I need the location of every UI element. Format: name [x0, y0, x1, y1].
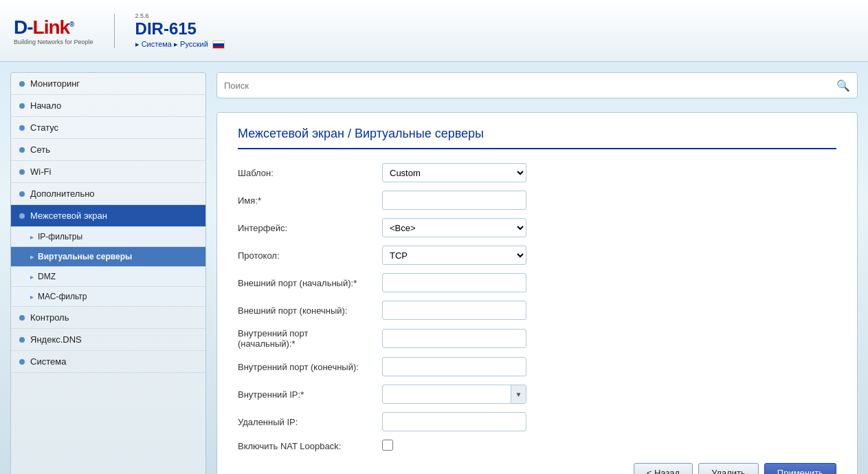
bullet-icon — [19, 315, 25, 321]
sidebar-label: Статус — [30, 122, 58, 133]
main-container: Мониторинг Начало Статус Сеть Wi-Fi Допо… — [0, 62, 868, 474]
form-row-interface: Интерфейс: <Все> WAN LAN — [238, 218, 836, 237]
internal-ip-input[interactable] — [383, 387, 511, 402]
bullet-icon — [19, 191, 25, 197]
internal-ip-dropdown-btn[interactable]: ▼ — [511, 385, 526, 403]
apply-button[interactable]: Применить — [764, 463, 836, 474]
form-row-ext-port-start: Внешний порт (начальный):* — [238, 273, 836, 292]
internal-ip-control: ▼ — [382, 385, 526, 404]
bullet-icon — [19, 359, 25, 365]
bullet-icon — [19, 213, 25, 219]
buttons-row: < Назад Удалить Применить — [238, 463, 836, 474]
bullet-icon — [19, 125, 25, 131]
breadcrumb-current: Виртуальные серверы — [355, 127, 484, 140]
interface-select[interactable]: <Все> WAN LAN — [382, 218, 526, 237]
sidebar-subitem-dmz[interactable]: ▸ DMZ — [11, 267, 205, 287]
template-label: Шаблон: — [238, 168, 375, 178]
form-row-internal-ip: Внутренний IP:* ▼ — [238, 385, 836, 404]
sidebar-subitem-mac-filter[interactable]: ▸ МАС-фильтр — [11, 287, 205, 307]
protocol-select[interactable]: TCP UDP TCP/UDP ICMP — [382, 246, 526, 265]
bullet-icon — [19, 337, 25, 343]
protocol-control: TCP UDP TCP/UDP ICMP — [382, 246, 526, 265]
arrow-icon: ▸ — [30, 293, 34, 301]
sidebar-subitem-ip-filters[interactable]: ▸ IP-фильтры — [11, 227, 205, 247]
sidebar-item-status[interactable]: Статус — [11, 117, 205, 139]
form-row-protocol: Протокол: TCP UDP TCP/UDP ICMP — [238, 246, 836, 265]
nat-loopback-label: Включить NAT Loopback: — [238, 441, 375, 451]
search-input[interactable] — [224, 80, 836, 91]
int-port-end-control — [382, 357, 526, 376]
name-input[interactable] — [382, 191, 526, 210]
nat-loopback-checkbox[interactable] — [382, 440, 393, 451]
sidebar-label: МАС-фильтр — [38, 292, 87, 301]
search-icon[interactable]: 🔍 — [836, 79, 850, 92]
logo-model: DIR-615 — [135, 19, 225, 39]
sidebar-label: Яндекс.DNS — [30, 334, 82, 345]
int-port-start-label: Внутренний порт(начальный):* — [238, 328, 375, 349]
sidebar-item-advanced[interactable]: Дополнительно — [11, 183, 205, 205]
int-port-end-input[interactable] — [382, 357, 526, 376]
sidebar-item-control[interactable]: Контроль — [11, 307, 205, 329]
sidebar-subitem-virtual-servers[interactable]: ▸ Виртуальные серверы — [11, 247, 205, 267]
bullet-icon — [19, 147, 25, 153]
sidebar-item-monitoring[interactable]: Мониторинг — [11, 73, 205, 95]
logo-divider — [114, 14, 115, 48]
breadcrumb-parent: Межсетевой экран — [238, 127, 344, 140]
sidebar-item-network[interactable]: Сеть — [11, 139, 205, 161]
sidebar-label: IP-фильтры — [38, 232, 82, 241]
logo-version: 2.5.6 — [135, 12, 225, 19]
sidebar-label: DMZ — [38, 272, 56, 281]
template-select[interactable]: Custom HTTP FTP HTTPS SMTP POP3 IMAP — [382, 163, 526, 182]
sidebar-item-home[interactable]: Начало — [11, 95, 205, 117]
delete-button[interactable]: Удалить — [698, 463, 759, 474]
ext-port-end-control — [382, 301, 526, 320]
sidebar-label: Дополнительно — [30, 188, 95, 199]
content-area: 🔍 Межсетевой экран / Виртуальные серверы… — [216, 72, 858, 474]
arrow-icon: ▸ — [30, 233, 34, 241]
sidebar-item-yandex-dns[interactable]: Яндекс.DNS — [11, 329, 205, 351]
lang-link[interactable]: Русский — [180, 40, 208, 48]
interface-control: <Все> WAN LAN — [382, 218, 526, 237]
sidebar-item-wifi[interactable]: Wi-Fi — [11, 161, 205, 183]
sidebar-label: Контроль — [30, 312, 69, 323]
sidebar: Мониторинг Начало Статус Сеть Wi-Fi Допо… — [10, 72, 206, 474]
int-port-start-input[interactable] — [382, 329, 526, 348]
system-link[interactable]: Система — [142, 40, 172, 48]
ext-port-start-label: Внешний порт (начальный):* — [238, 278, 375, 288]
search-bar: 🔍 — [216, 72, 858, 98]
logo-links: ▸ Система ▸ Русский — [135, 40, 225, 49]
sidebar-item-firewall[interactable]: Межсетевой экран — [11, 205, 205, 227]
breadcrumb-separator: / — [344, 127, 355, 140]
sidebar-label: Межсетевой экран — [30, 211, 107, 221]
sidebar-label: Начало — [30, 100, 61, 111]
ext-port-start-control — [382, 273, 526, 292]
header: D-Link® Building Networks for People 2.5… — [0, 0, 868, 62]
logo-text: D-Link® — [14, 17, 74, 39]
form-row-int-port-end: Внутренний порт (конечный): — [238, 357, 836, 376]
form-row-nat-loopback: Включить NAT Loopback: — [238, 440, 836, 453]
remote-ip-label: Удаленный IP: — [238, 417, 375, 427]
ext-port-end-input[interactable] — [382, 301, 526, 320]
sidebar-label: Система — [30, 356, 66, 367]
protocol-label: Протокол: — [238, 250, 375, 261]
logo-area: D-Link® Building Networks for People 2.5… — [14, 12, 225, 49]
sidebar-label: Виртуальные серверы — [38, 252, 132, 261]
logo-tagline: Building Networks for People — [14, 39, 93, 45]
ext-port-start-input[interactable] — [382, 273, 526, 292]
int-port-end-label: Внутренний порт (конечный): — [238, 362, 375, 372]
remote-ip-control — [382, 412, 526, 431]
template-control: Custom HTTP FTP HTTPS SMTP POP3 IMAP — [382, 163, 526, 182]
bullet-icon — [19, 103, 25, 109]
bullet-icon — [19, 81, 25, 87]
page-title: Межсетевой экран / Виртуальные серверы — [238, 127, 836, 149]
name-control — [382, 191, 526, 210]
nat-loopback-control — [382, 440, 526, 453]
sidebar-label: Мониторинг — [30, 78, 80, 89]
sidebar-item-system[interactable]: Система — [11, 351, 205, 373]
back-button[interactable]: < Назад — [634, 463, 693, 474]
sidebar-label: Wi-Fi — [30, 166, 51, 177]
interface-label: Интерфейс: — [238, 223, 375, 233]
form-row-template: Шаблон: Custom HTTP FTP HTTPS SMTP POP3 … — [238, 163, 836, 182]
remote-ip-input[interactable] — [382, 412, 526, 431]
name-label: Имя:* — [238, 195, 375, 206]
